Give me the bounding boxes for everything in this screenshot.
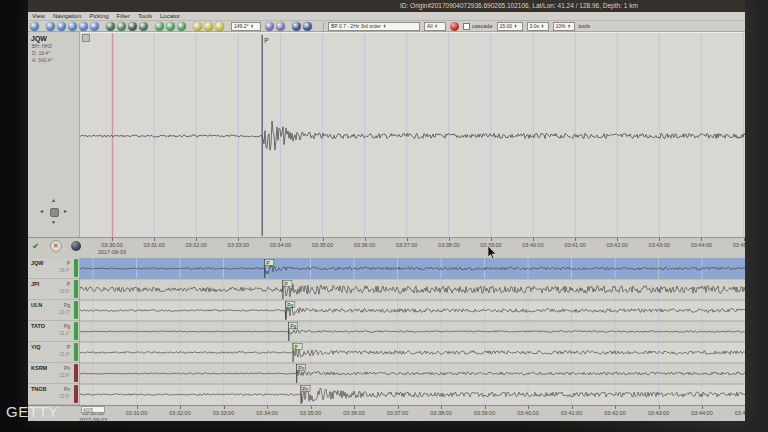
station-distance: D: 18.4° [32, 50, 79, 56]
station-row-uln[interactable]: ULNPg20.3° [28, 300, 79, 321]
pick-status-bar [74, 280, 78, 298]
menu-item-picking[interactable]: Picking [85, 12, 112, 20]
axis-tick-label: 03:34:00 [270, 242, 291, 248]
amplitude-spinbox[interactable]: 149.2°▲▼ [231, 22, 261, 31]
axis-tick [441, 406, 442, 409]
station-row-tngb[interactable]: TNGBPn23.5° [28, 384, 79, 405]
svg-text:Pn: Pn [298, 366, 304, 371]
toolbar-button-picking-3[interactable] [128, 22, 137, 31]
trace-list-panel[interactable]: PPPgPgPPnPn [80, 258, 745, 405]
zoom-trace-panel[interactable]: P [80, 32, 745, 238]
station-row-phase: P [67, 260, 70, 266]
axis-tick [112, 238, 113, 241]
station-row-code: KSRM [31, 365, 47, 371]
toolbar-button-zoom-1[interactable] [265, 22, 274, 31]
toolbar-group-amplitude [193, 22, 224, 31]
toolbar-button-picking-4[interactable] [139, 22, 148, 31]
filter-select[interactable]: BP 0.7 - 2Hz 3rd order ▲▼ [328, 22, 420, 31]
station-row-code: TNGB [31, 386, 47, 392]
channel-spinner-icon[interactable]: ▲▼ [435, 24, 438, 29]
cascade-checkbox[interactable] [463, 23, 470, 30]
axis-tick [267, 406, 268, 409]
reject-pick-button[interactable]: ✕ [50, 240, 62, 252]
station-row-jpi[interactable]: JPIP19.6° [28, 279, 79, 300]
toolbar-button-picking-2[interactable] [117, 22, 126, 31]
trace-list-waveforms[interactable]: PPPgPgPPnPn [80, 258, 745, 405]
toolbar-button-commit-1[interactable] [292, 22, 301, 31]
axis-tick [323, 238, 324, 241]
menu-item-tools[interactable]: Tools [134, 12, 156, 20]
pick-status-bar [74, 259, 78, 277]
axis-tick-label: 03:41:00 [561, 410, 582, 416]
channel-select[interactable]: All ▲▼ [424, 22, 446, 31]
axis-tick-label: 03:32:00 [185, 242, 206, 248]
toolbar-button-commit-2[interactable] [303, 22, 312, 31]
axis-tick-label: 03:37:00 [396, 242, 417, 248]
axis-tick [365, 238, 366, 241]
toolbar-button-amplitude-1[interactable] [193, 22, 202, 31]
toolbar-button-file-1[interactable] [30, 22, 39, 31]
axis-tick [196, 238, 197, 241]
threshold-spinbox[interactable]: 10% ▲▼ [553, 22, 575, 31]
application-window: ID: Origin#20170904072936.690265.102106,… [28, 0, 745, 421]
toolbar-button-navigation-1[interactable] [46, 22, 55, 31]
axis-tick [354, 406, 355, 409]
lower-time-axis: 03:30:002017-09-0303:31:0003:32:0003:33:… [28, 405, 745, 421]
axis-tick-label: 03:45:00 [733, 242, 745, 248]
toolbar-button-navigation-2[interactable] [57, 22, 66, 31]
toolbar-button-navigation-5[interactable] [90, 22, 99, 31]
station-row-ksrm[interactable]: KSRMPn22.8° [28, 363, 79, 384]
station-row-phase: Pg [64, 302, 70, 308]
filter-select-value: BP 0.7 - 2Hz 3rd order [331, 23, 381, 29]
toolbar-button-amplitude-3[interactable] [215, 22, 224, 31]
pan-down-button[interactable]: ▼ [51, 220, 56, 225]
toolbar-button-phase-2[interactable] [166, 22, 175, 31]
axis-tick [491, 238, 492, 241]
getty-watermark: GETTY [6, 403, 59, 420]
threshold-spinner-icon[interactable]: ▲▼ [568, 24, 571, 29]
amplitude-readout-value: 4005 [83, 408, 93, 413]
station-row-phase: Pg [64, 323, 70, 329]
pre-time-spinbox[interactable]: 3.0s ▲▼ [527, 22, 549, 31]
menu-item-navigation[interactable]: Navigation [49, 12, 85, 20]
axis-tick-label: 03:31:00 [143, 242, 164, 248]
pick-status-bar [74, 343, 78, 361]
station-row-distance: 21.1° [59, 331, 70, 336]
axis-tick-label: 03:30:00 [101, 242, 122, 248]
amplitude-spinner-icon[interactable]: ▲▼ [251, 24, 254, 29]
record-button[interactable] [450, 22, 459, 31]
photo-of-monitor: { "watermark": "GETTY", "window": { "tit… [0, 0, 768, 432]
station-row-yiq[interactable]: YIQP21.9° [28, 342, 79, 363]
filter-spinner-icon[interactable]: ▲▼ [383, 24, 386, 29]
menu-item-filter[interactable]: Filter [113, 12, 134, 20]
pan-center-button[interactable] [50, 208, 59, 217]
toolbar-button-picking-1[interactable] [106, 22, 115, 31]
time-window-spinbox[interactable]: 15:00 ▲▼ [497, 22, 523, 31]
pre-time-spinner-icon[interactable]: ▲▼ [541, 24, 544, 29]
toolbar-button-zoom-2[interactable] [276, 22, 285, 31]
toolbar-button-navigation-4[interactable] [79, 22, 88, 31]
toolbar-button-navigation-3[interactable] [68, 22, 77, 31]
toolbar-button-amplitude-2[interactable] [204, 22, 213, 31]
axis-tick [449, 238, 450, 241]
relocate-button[interactable] [71, 241, 81, 251]
pan-right-button[interactable]: ► [63, 209, 68, 214]
seismogram-trace [80, 121, 745, 150]
station-row-jqw[interactable]: JQWP18.4° [28, 258, 79, 279]
station-row-distance: 20.3° [59, 310, 70, 315]
accept-pick-button[interactable]: ✔ [30, 241, 41, 252]
axis-tick [238, 238, 239, 241]
station-row-tato[interactable]: TATOPg21.1° [28, 321, 79, 342]
axis-tick [224, 406, 225, 409]
toolbar-button-phase-3[interactable] [177, 22, 186, 31]
menu-item-view[interactable]: View [28, 12, 49, 20]
pick-status-bar [74, 385, 78, 403]
menu-item-locator[interactable]: Locator [156, 12, 184, 20]
panel-corner-widget-icon[interactable] [82, 34, 90, 42]
pan-up-button[interactable]: ▲ [51, 198, 56, 203]
time-window-spinner-icon[interactable]: ▲▼ [514, 24, 517, 29]
toolbar-button-phase-1[interactable] [155, 22, 164, 31]
station-row-distance: 23.5° [59, 394, 70, 399]
pan-left-button[interactable]: ◄ [39, 209, 44, 214]
zoom-trace-waveform[interactable]: P [80, 33, 745, 238]
